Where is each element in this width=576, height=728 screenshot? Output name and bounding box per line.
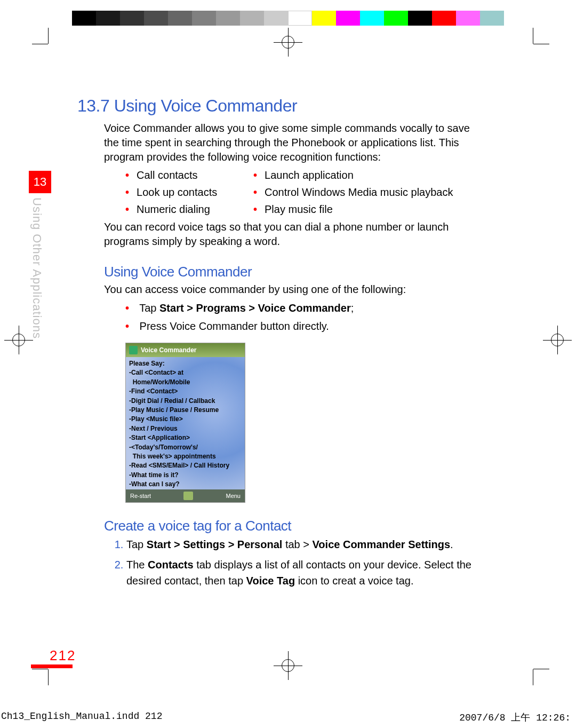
slug-filename: Ch13_English_Manual.indd 212	[1, 711, 162, 724]
subsection-heading: Using Voice Commander	[104, 264, 493, 280]
ui-path: Start > Settings > Personal	[147, 539, 283, 550]
screenshot-title: Voice Commander	[141, 346, 196, 354]
feature-item: Launch application	[253, 167, 493, 184]
start-icon	[129, 346, 138, 354]
ui-label: Voice Tag	[246, 575, 295, 587]
text: tab >	[282, 539, 312, 550]
feature-row: Look up contacts Control Windows Media m…	[125, 184, 493, 201]
list-item: The Contacts tab displays a list of all …	[126, 557, 489, 589]
page-content: 13.7 Using Voice Commander Voice Command…	[51, 96, 493, 593]
text: icon to creat a voice tag.	[295, 575, 413, 587]
subsection-heading: Create a voice tag for a Contact	[104, 518, 493, 534]
feature-row: Numeric dialing Play music file	[125, 201, 493, 218]
screenshot-softkey-bar: Re-start Menu	[126, 489, 245, 502]
text: Press Voice Commander button directly.	[140, 320, 329, 332]
crop-mark	[517, 653, 549, 685]
feature-row: Call contacts Launch application	[125, 167, 493, 184]
list-item: Tap Start > Settings > Personal tab > Vo…	[126, 536, 489, 552]
screenshot-prompt-text: Please Say: -Call <Contact> at Home/Work…	[129, 359, 243, 498]
ordered-list: Tap Start > Settings > Personal tab > Vo…	[104, 536, 489, 589]
softkey-right: Menu	[226, 493, 241, 499]
text: .	[450, 539, 453, 550]
print-color-bar	[72, 11, 504, 26]
feature-item: Play music file	[253, 201, 493, 218]
registration-mark-right	[548, 331, 566, 349]
text: Tap	[126, 539, 147, 550]
page-number-ornament	[31, 664, 73, 668]
intro-paragraph: Voice Commander allows you to give some …	[104, 121, 477, 164]
feature-item: Control Windows Media music playback	[253, 184, 493, 201]
text: The	[126, 559, 148, 571]
screenshot-body: Please Say: -Call <Contact> at Home/Work…	[126, 357, 245, 489]
ui-label: Contacts	[148, 559, 194, 571]
crop-mark	[517, 28, 549, 60]
subsection-lead: You can access voice commander by using …	[104, 282, 477, 297]
list-item: Press Voice Commander button directly.	[125, 317, 493, 335]
slug-datetime: 2007/6/8 上午 12:26:	[459, 711, 571, 724]
device-screenshot: Voice Commander Please Say: -Call <Conta…	[125, 343, 245, 503]
ui-path: Voice Commander Settings	[313, 539, 451, 550]
feature-item: Numeric dialing	[125, 201, 253, 218]
side-running-head: Using Other Applications	[30, 197, 44, 339]
softkey-left: Re-start	[130, 493, 151, 499]
ui-path: Start > Programs > Voice Commander	[159, 302, 351, 314]
keyboard-icon	[183, 492, 193, 500]
list-item: Tap Start > Programs > Voice Commander;	[125, 299, 493, 317]
feature-item: Look up contacts	[125, 184, 253, 201]
text: Tap	[139, 302, 159, 314]
section-heading: 13.7 Using Voice Commander	[77, 96, 493, 116]
text: ;	[351, 302, 354, 314]
feature-item: Call contacts	[125, 167, 253, 184]
registration-mark-top	[279, 33, 297, 51]
screenshot-titlebar: Voice Commander	[126, 343, 245, 357]
crop-mark	[32, 28, 64, 60]
registration-mark-bottom	[279, 656, 297, 675]
chapter-tab: 13	[29, 171, 51, 193]
page-number: 212	[50, 647, 76, 664]
registration-mark-left	[10, 331, 28, 349]
print-slug: Ch13_English_Manual.indd 212 2007/6/8 上午…	[1, 711, 571, 724]
voice-tag-note: You can record voice tags so that you ca…	[104, 220, 477, 249]
